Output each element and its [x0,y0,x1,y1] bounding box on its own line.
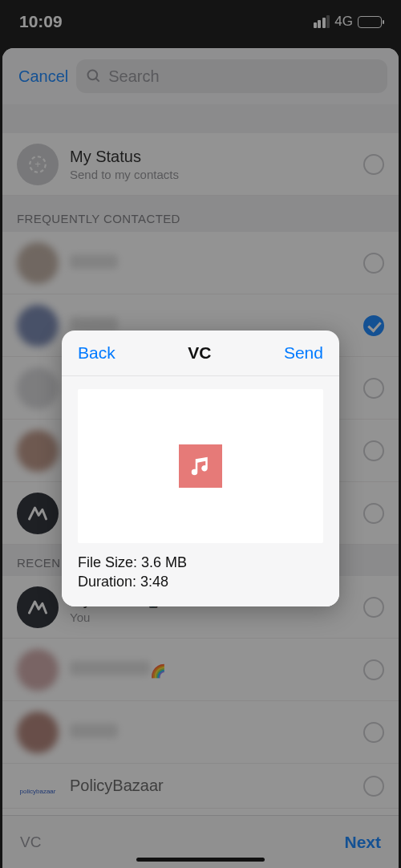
send-button[interactable]: Send [284,343,323,363]
file-preview [78,389,323,543]
file-preview-modal: Back VC Send File Size: 3.6 MB Duration:… [62,331,339,606]
back-button[interactable]: Back [78,343,115,363]
home-indicator[interactable] [136,858,265,862]
duration-label: Duration: [78,574,136,590]
modal-header: Back VC Send [62,331,339,376]
modal-body: File Size: 3.6 MB Duration: 3:48 [62,376,339,606]
file-info: File Size: 3.6 MB Duration: 3:48 [78,553,323,592]
duration-value: 3:48 [140,574,168,590]
music-icon [179,444,222,488]
file-size-value: 3.6 MB [141,554,187,570]
modal-title: VC [188,343,211,363]
file-size-label: File Size: [78,554,137,570]
